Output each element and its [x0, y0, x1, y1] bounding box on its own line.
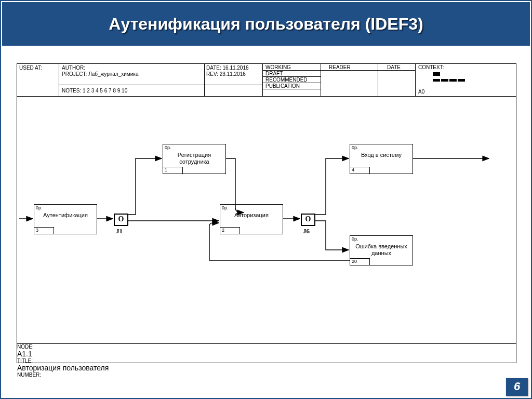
context-id: A0 [418, 89, 424, 95]
uob-login: 0р. Вход в систему 4 [350, 144, 413, 174]
project-value: Лаб_журнал_химика [88, 71, 138, 77]
context-glyph-icon [433, 71, 466, 83]
uob-error: 0р. Ошибка введенных данных 20 [350, 235, 413, 265]
project-row: PROJECT: Лаб_журнал_химика [62, 71, 138, 77]
date-col-label: DATE [387, 64, 401, 70]
junction-j1: O [114, 214, 128, 226]
author-label: AUTHOR: [62, 65, 85, 71]
context-label: CONTEXT: [418, 64, 444, 70]
used-at-label: USED AT: [19, 65, 42, 71]
slide-title: Аутенификация пользователя (IDEF3) [109, 15, 423, 34]
junction-j6-label: J6 [303, 227, 310, 235]
date-value: 16.11.2016 [223, 65, 249, 71]
number-label: NUMBER: [17, 372, 516, 378]
uob-authorize: 0р. Авторизация 2 [220, 204, 283, 234]
status-recommended: RECOMMENDED [265, 77, 308, 83]
title-value: Авторизация пользователя [17, 364, 516, 372]
date-row: DATE: 16.11.2016 [206, 65, 249, 71]
uob-auth: 0р. Аутентификация 3 [34, 204, 97, 234]
uob-register: 0р. Регистрация сотрудника 1 [163, 144, 226, 174]
status-working: WORKING [265, 64, 291, 70]
status-publication: PUBLICATION [265, 83, 300, 89]
node-label: NODE: [17, 344, 516, 350]
idef-footer: NODE: A1.1 TITLE: Авторизация пользовате… [17, 343, 516, 363]
rev-row: REV: 23.11.2016 [206, 71, 246, 77]
junction-j6: O [301, 214, 315, 226]
diagram-canvas: USED AT: AUTHOR: PROJECT: Лаб_журнал_хим… [17, 63, 516, 363]
node-value: A1.1 [17, 350, 516, 358]
reader-label: READER [329, 64, 351, 70]
date-label: DATE: [206, 65, 221, 71]
rev-label: REV: [206, 71, 218, 77]
title-bar: Аутенификация пользователя (IDEF3) [2, 2, 530, 46]
notes-label: NOTES: 1 2 3 4 5 6 7 8 9 10 [62, 88, 127, 94]
junction-j1-label: J1 [116, 227, 123, 235]
title-label: TITLE: [17, 358, 516, 364]
page-number-badge: 6 [506, 378, 528, 396]
idef-header: USED AT: AUTHOR: PROJECT: Лаб_журнал_хим… [17, 63, 516, 97]
slide-frame: Аутенификация пользователя (IDEF3) USED … [0, 0, 532, 399]
project-label: PROJECT: [62, 71, 87, 77]
status-draft: DRAFT [265, 71, 283, 76]
rev-value: 23.11.2016 [220, 71, 246, 77]
